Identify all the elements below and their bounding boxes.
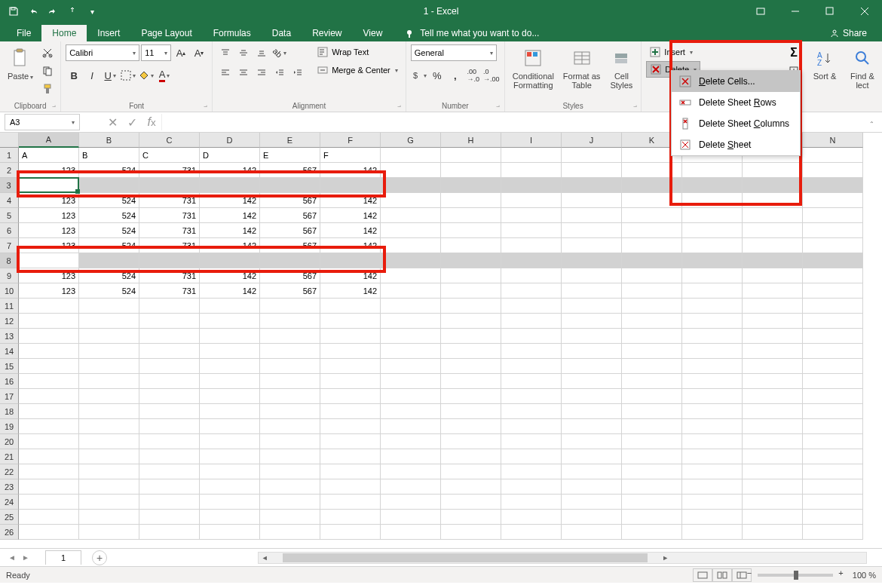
cell-A11[interactable] (19, 299, 79, 314)
cell-N14[interactable] (803, 344, 863, 359)
menu-delete-sheet[interactable]: Delete Sheet (672, 134, 800, 155)
cell-D26[interactable] (200, 525, 260, 540)
cell-N19[interactable] (803, 419, 863, 434)
cell-I17[interactable] (501, 389, 562, 404)
cell-G6[interactable] (381, 223, 441, 238)
cell-H23[interactable] (441, 479, 501, 495)
cell-A9[interactable]: 123 (19, 268, 79, 283)
cell-D23[interactable] (200, 479, 260, 495)
cell-G24[interactable] (381, 495, 441, 510)
sheet-nav-next[interactable]: ► (20, 552, 32, 564)
cell-A20[interactable] (19, 434, 79, 449)
cell-B6[interactable]: 524 (79, 223, 139, 238)
cell-A2[interactable]: 123 (19, 163, 79, 178)
cell-I12[interactable] (501, 314, 562, 329)
cell-I21[interactable] (501, 449, 562, 464)
col-header-I[interactable]: I (501, 133, 562, 148)
cell-E1[interactable]: E (260, 148, 320, 163)
cell-E17[interactable] (260, 389, 320, 404)
cell-F23[interactable] (320, 479, 381, 495)
format-as-table-button[interactable]: Format as Table (560, 44, 604, 91)
cell-L3[interactable] (682, 178, 743, 193)
row-header-15[interactable]: 15 (0, 359, 19, 374)
cell-K12[interactable] (622, 314, 682, 329)
cell-N9[interactable] (803, 268, 863, 283)
cell-D3[interactable] (200, 178, 260, 193)
align-bottom-icon[interactable] (253, 44, 270, 61)
cell-H7[interactable] (441, 238, 501, 253)
cell-I8[interactable] (501, 253, 562, 268)
add-sheet-button[interactable]: + (92, 550, 107, 565)
tab-file[interactable]: File (6, 25, 41, 41)
cell-I15[interactable] (501, 359, 562, 374)
cell-I7[interactable] (501, 238, 562, 253)
cell-C17[interactable] (139, 389, 200, 404)
cell-A24[interactable] (19, 495, 79, 510)
minimize-button[interactable] (778, 0, 813, 23)
cell-C6[interactable]: 731 (139, 223, 200, 238)
cell-K10[interactable] (622, 283, 682, 299)
cell-M10[interactable] (743, 283, 803, 299)
cell-M8[interactable] (743, 253, 803, 268)
row-header-21[interactable]: 21 (0, 449, 19, 464)
cell-F13[interactable] (320, 329, 381, 344)
cell-K26[interactable] (622, 525, 682, 540)
cell-B24[interactable] (79, 495, 139, 510)
ribbon-display-icon[interactable] (743, 0, 778, 23)
cell-J3[interactable] (562, 178, 622, 193)
cell-C26[interactable] (139, 525, 200, 540)
decrease-indent-icon[interactable] (271, 64, 288, 81)
cell-H18[interactable] (441, 404, 501, 419)
wrap-text-button[interactable]: Wrap Text (314, 44, 401, 60)
undo-icon[interactable] (24, 2, 42, 20)
merge-center-button[interactable]: Merge & Center▾ (314, 63, 401, 78)
col-header-H[interactable]: H (441, 133, 501, 148)
autosum-icon[interactable]: Σ (786, 44, 802, 61)
cell-N10[interactable] (803, 283, 863, 299)
name-box[interactable]: A3▾ (5, 114, 80, 130)
menu-delete-columns[interactable]: Delete Sheet Columns (672, 113, 800, 134)
view-normal-icon[interactable] (693, 568, 712, 582)
cell-L20[interactable] (682, 434, 743, 449)
cell-D2[interactable]: 142 (200, 163, 260, 178)
cell-K23[interactable] (622, 479, 682, 495)
cell-A19[interactable] (19, 419, 79, 434)
cell-B4[interactable]: 524 (79, 193, 139, 208)
cell-G20[interactable] (381, 434, 441, 449)
align-right-icon[interactable] (253, 64, 270, 81)
decrease-decimal-icon[interactable]: .0→.00 (483, 67, 500, 84)
cell-H22[interactable] (441, 464, 501, 479)
cell-I5[interactable] (501, 208, 562, 223)
cell-D4[interactable]: 142 (200, 193, 260, 208)
cell-H17[interactable] (441, 389, 501, 404)
cell-C10[interactable]: 731 (139, 283, 200, 299)
cell-B20[interactable] (79, 434, 139, 449)
cell-N4[interactable] (803, 193, 863, 208)
cell-G13[interactable] (381, 329, 441, 344)
zoom-slider[interactable] (758, 574, 833, 577)
cell-M4[interactable] (743, 193, 803, 208)
cell-E9[interactable]: 567 (260, 268, 320, 283)
view-pagelayout-icon[interactable] (712, 568, 732, 582)
cell-A10[interactable]: 123 (19, 283, 79, 299)
cell-N17[interactable] (803, 389, 863, 404)
cell-C11[interactable] (139, 299, 200, 314)
cell-C21[interactable] (139, 449, 200, 464)
cell-J12[interactable] (562, 314, 622, 329)
cell-B13[interactable] (79, 329, 139, 344)
cell-F10[interactable]: 142 (320, 283, 381, 299)
cell-K24[interactable] (622, 495, 682, 510)
cell-G10[interactable] (381, 283, 441, 299)
cell-J15[interactable] (562, 359, 622, 374)
cell-E18[interactable] (260, 404, 320, 419)
cell-I16[interactable] (501, 374, 562, 389)
cell-D6[interactable]: 142 (200, 223, 260, 238)
cell-H13[interactable] (441, 329, 501, 344)
cell-C12[interactable] (139, 314, 200, 329)
cell-A16[interactable] (19, 374, 79, 389)
cell-L21[interactable] (682, 449, 743, 464)
cell-A4[interactable]: 123 (19, 193, 79, 208)
cell-D14[interactable] (200, 344, 260, 359)
cell-D12[interactable] (200, 314, 260, 329)
cell-N21[interactable] (803, 449, 863, 464)
